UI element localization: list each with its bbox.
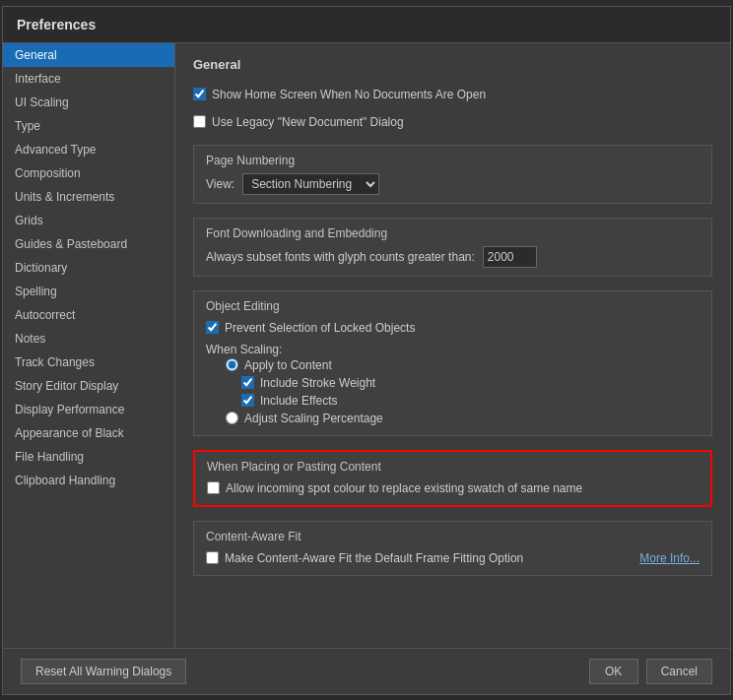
cancel-button[interactable]: Cancel (646, 659, 712, 684)
use-legacy-label: Use Legacy "New Document" Dialog (212, 115, 404, 129)
dialog-body: GeneralInterfaceUI ScalingTypeAdvanced T… (3, 43, 730, 648)
make-default-checkbox[interactable] (206, 551, 219, 564)
show-home-screen-row: Show Home Screen When No Documents Are O… (193, 86, 712, 103)
sidebar-item-interface[interactable]: Interface (3, 67, 174, 91)
content-aware-group: Content-Aware Fit Make Content-Aware Fit… (193, 521, 712, 576)
sidebar-item-advanced-type[interactable]: Advanced Type (3, 138, 174, 161)
sidebar: GeneralInterfaceUI ScalingTypeAdvanced T… (3, 43, 175, 648)
reset-warnings-button[interactable]: Reset All Warning Dialogs (21, 659, 186, 684)
make-default-row: Make Content-Aware Fit the Default Frame… (206, 549, 523, 567)
when-scaling-section: When Scaling: Apply to Content Include S… (206, 343, 700, 427)
font-downloading-group: Font Downloading and Embedding Always su… (193, 218, 712, 277)
allow-incoming-checkbox[interactable] (207, 481, 220, 494)
prevent-selection-checkbox[interactable] (206, 321, 219, 334)
show-home-screen-label: Show Home Screen When No Documents Are O… (212, 88, 486, 101)
content-aware-label: Content-Aware Fit (206, 530, 700, 543)
page-numbering-label: Page Numbering (206, 154, 700, 167)
sidebar-item-story-editor-display[interactable]: Story Editor Display (3, 374, 174, 398)
sidebar-item-clipboard-handling[interactable]: Clipboard Handling (3, 469, 174, 492)
when-placing-label: When Placing or Pasting Content (207, 460, 699, 474)
sidebar-item-autocorrect[interactable]: Autocorrect (3, 303, 174, 327)
include-effects-checkbox[interactable] (241, 394, 254, 407)
sidebar-item-track-changes[interactable]: Track Changes (3, 350, 174, 374)
adjust-scaling-row: Adjust Scaling Percentage (206, 410, 700, 427)
more-info-link[interactable]: More Info... (639, 551, 700, 565)
view-label: View: (206, 177, 234, 191)
dialog-title: Preferences (17, 17, 96, 32)
apply-to-content-label: Apply to Content (244, 358, 332, 372)
adjust-scaling-radio[interactable] (226, 412, 238, 424)
sidebar-item-composition[interactable]: Composition (3, 161, 174, 185)
prevent-selection-label: Prevent Selection of Locked Objects (225, 321, 415, 335)
sidebar-item-file-handling[interactable]: File Handling (3, 445, 174, 469)
include-effects-row: Include Effects (206, 392, 700, 410)
include-stroke-label: Include Stroke Weight (260, 376, 375, 390)
when-scaling-label: When Scaling: (206, 343, 282, 356)
when-placing-group: When Placing or Pasting Content Allow in… (193, 450, 712, 507)
font-downloading-label: Font Downloading and Embedding (206, 226, 700, 240)
show-home-screen-checkbox[interactable] (193, 88, 206, 100)
apply-to-content-row: Apply to Content (206, 356, 700, 374)
include-stroke-checkbox[interactable] (241, 376, 254, 389)
sidebar-item-type[interactable]: Type (3, 114, 174, 138)
preferences-dialog: Preferences GeneralInterfaceUI ScalingTy… (2, 6, 731, 695)
adjust-scaling-label: Adjust Scaling Percentage (244, 412, 383, 425)
object-editing-group: Object Editing Prevent Selection of Lock… (193, 290, 712, 436)
sidebar-item-display-performance[interactable]: Display Performance (3, 398, 174, 421)
page-numbering-group: Page Numbering View: Section Numbering A… (193, 145, 712, 204)
footer-right: OK Cancel (589, 659, 712, 684)
ok-button[interactable]: OK (589, 659, 638, 684)
sidebar-item-notes[interactable]: Notes (3, 327, 174, 350)
sidebar-item-spelling[interactable]: Spelling (3, 280, 174, 303)
sidebar-item-ui-scaling[interactable]: UI Scaling (3, 91, 174, 114)
sidebar-item-general[interactable]: General (3, 43, 174, 67)
dialog-footer: Reset All Warning Dialogs OK Cancel (3, 648, 730, 694)
object-editing-label: Object Editing (206, 299, 700, 313)
footer-left: Reset All Warning Dialogs (21, 659, 186, 684)
allow-incoming-row: Allow incoming spot colour to replace ex… (207, 479, 699, 497)
view-row: View: Section Numbering Absolute Numberi… (206, 173, 700, 195)
sidebar-item-grids[interactable]: Grids (3, 209, 174, 232)
glyph-count-input[interactable] (483, 246, 537, 268)
apply-to-content-radio[interactable] (226, 358, 238, 371)
sidebar-item-appearance-of-black[interactable]: Appearance of Black (3, 421, 174, 445)
sidebar-item-dictionary[interactable]: Dictionary (3, 256, 174, 280)
make-default-label: Make Content-Aware Fit the Default Frame… (225, 551, 523, 565)
include-stroke-row: Include Stroke Weight (206, 374, 700, 392)
always-subset-label: Always subset fonts with glyph counts gr… (206, 250, 475, 264)
prevent-selection-row: Prevent Selection of Locked Objects (206, 319, 700, 337)
allow-incoming-label: Allow incoming spot colour to replace ex… (226, 481, 582, 495)
content-aware-row: Make Content-Aware Fit the Default Frame… (206, 549, 700, 567)
include-effects-label: Include Effects (260, 394, 338, 408)
sidebar-item-units--increments[interactable]: Units & Increments (3, 185, 174, 209)
use-legacy-row: Use Legacy "New Document" Dialog (193, 113, 712, 131)
general-section-title: General (193, 57, 712, 72)
page-numbering-select[interactable]: Section Numbering Absolute Numbering (242, 173, 379, 195)
sidebar-item-guides--pasteboard[interactable]: Guides & Pasteboard (3, 232, 174, 256)
always-subset-row: Always subset fonts with glyph counts gr… (206, 246, 700, 268)
dialog-title-bar: Preferences (3, 7, 730, 43)
use-legacy-checkbox[interactable] (193, 115, 206, 128)
content-area: General Show Home Screen When No Documen… (175, 43, 730, 648)
